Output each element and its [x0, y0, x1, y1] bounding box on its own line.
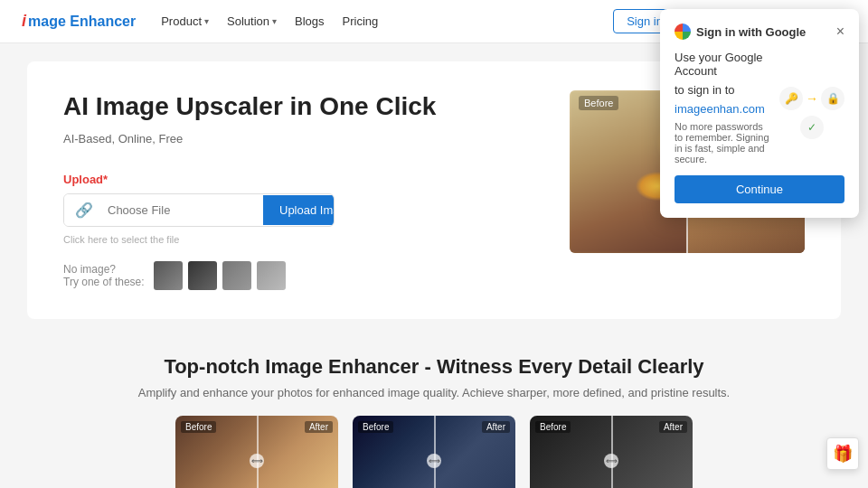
check-icon: ✓ [800, 116, 824, 139]
popup-content: Use your Google Account to sign in to im… [675, 51, 844, 175]
upload-button[interactable]: Upload Image [263, 195, 335, 225]
sample-thumb-3[interactable] [222, 261, 251, 290]
card2-circle: ⟺ [427, 454, 441, 468]
sample-images [154, 261, 286, 290]
section-title: Top-notch Image Enhancer - Witness Every… [0, 355, 868, 379]
card3-before-label: Before [535, 421, 571, 433]
popup-header: Sign in with Google × [675, 23, 844, 40]
preview-card-3: Before After ⟺ [530, 416, 693, 488]
card1-divider [257, 416, 259, 488]
hero-subtitle: AI-Based, Online, Free [63, 132, 542, 145]
lock-icon: 🔒 [821, 87, 844, 110]
preview-card-1: Before After ⟺ [175, 416, 338, 488]
card3-circle: ⟺ [604, 454, 618, 468]
logo-text: mage Enhancer [28, 14, 136, 30]
nav-menu: Product ▾ Solution ▾ Blogs Pricing [161, 14, 613, 28]
key-icon: 🔑 [779, 87, 803, 110]
card3-after-label: After [659, 421, 687, 433]
sample-thumb-4[interactable] [257, 261, 286, 290]
chevron-down-icon: ▾ [272, 16, 277, 26]
link-icon: 🔗 [64, 194, 104, 226]
sample-thumb-2[interactable] [188, 261, 217, 290]
sample-thumb-1[interactable] [154, 261, 183, 290]
card2-divider [434, 416, 436, 488]
popup-close-button[interactable]: × [836, 24, 844, 39]
arrow-icon: → [806, 91, 818, 106]
popup-google-row: Sign in with Google [675, 23, 806, 40]
google-signin-popup: Sign in with Google × Use your Google Ac… [660, 9, 859, 218]
preview-cards: Before After ⟺ Before After ⟺ Before Aft… [0, 416, 868, 488]
upload-label: Upload* [63, 173, 542, 186]
popup-body-line2: to sign in to [675, 83, 772, 97]
card1-circle: ⟺ [250, 454, 264, 468]
nav-item-product[interactable]: Product ▾ [161, 14, 209, 28]
preview-card-2: Before After ⟺ [353, 416, 515, 488]
chevron-down-icon: ▾ [204, 16, 209, 26]
google-icon [675, 23, 691, 40]
hero-title: AI Image Upscaler in One Click [63, 90, 542, 123]
card2-after-label: After [482, 421, 510, 433]
click-hint: Click here to select the file [63, 234, 542, 245]
popup-icon-col: 🔑 → 🔒 ✓ [779, 51, 844, 175]
card1-after-label: After [305, 421, 333, 433]
bottom-section: Top-notch Image Enhancer - Witness Every… [0, 337, 868, 488]
no-image-label: No image? Try one of these: [63, 263, 145, 288]
logo[interactable]: i mage Enhancer [22, 12, 136, 31]
nav-item-blogs[interactable]: Blogs [295, 14, 325, 28]
logo-icon: i [22, 12, 26, 31]
continue-button[interactable]: Continue [675, 175, 844, 203]
card1-before-label: Before [181, 421, 216, 433]
section-subtitle: Amplify and enhance your photos for enha… [0, 386, 868, 399]
popup-site-name: imageenhan.com [675, 102, 772, 116]
nav-item-pricing[interactable]: Pricing [343, 14, 379, 28]
popup-note: No more passwords to remember. Signing i… [675, 121, 772, 164]
sample-row: No image? Try one of these: [63, 261, 542, 290]
card3-divider [611, 416, 613, 488]
popup-title: Sign in with Google [696, 25, 806, 39]
popup-text: Use your Google Account to sign in to im… [675, 51, 772, 175]
before-label: Before [579, 96, 618, 110]
popup-body-line1: Use your Google Account [675, 51, 772, 78]
nav-item-solution[interactable]: Solution ▾ [227, 14, 277, 28]
gift-button[interactable]: 🎁 [826, 437, 859, 470]
upload-area[interactable]: 🔗 Upload Image [63, 193, 335, 227]
hero-left: AI Image Upscaler in One Click AI-Based,… [63, 90, 542, 290]
file-input[interactable] [104, 196, 263, 224]
card2-before-label: Before [358, 421, 393, 433]
